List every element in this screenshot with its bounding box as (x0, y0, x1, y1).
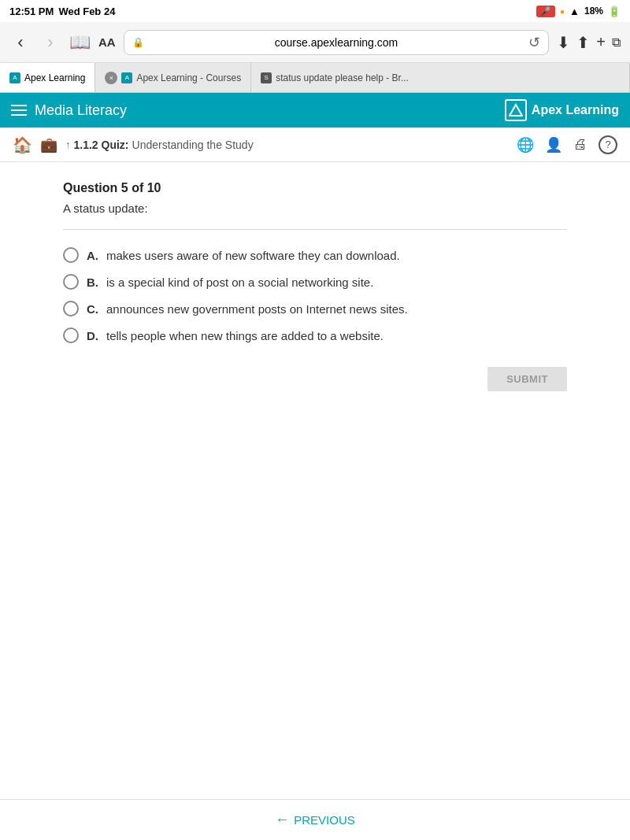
hamburger-line3 (11, 114, 27, 116)
tab2-label: Apex Learning - Courses (136, 72, 241, 83)
radio-c[interactable] (63, 301, 79, 316)
status-date: Wed Feb 24 (58, 6, 115, 17)
breadcrumb-arrow: ↑ (65, 139, 71, 150)
dot-icon: ● (560, 7, 565, 16)
address-bar[interactable]: 🔒 course.apexlearning.com ↺ (124, 30, 550, 55)
url-text: course.apexlearning.com (149, 36, 524, 49)
back-button[interactable]: ‹ (9, 31, 32, 54)
tab-apex-learning-courses[interactable]: × A Apex Learning - Courses (95, 63, 251, 92)
hamburger-line2 (11, 109, 27, 111)
option-a-letter: A. (87, 249, 98, 262)
status-icons: 🎤 ● ▲ 18% 🔋 (536, 6, 621, 17)
home-button[interactable]: 🏠 (13, 135, 32, 154)
footer: ← PREVIOUS (0, 799, 630, 840)
apex-logo-text: Apex Learning (532, 103, 619, 117)
text-size-button[interactable]: AA (98, 35, 116, 49)
tabs-button[interactable]: ⧉ (612, 35, 621, 50)
previous-arrow-icon: ← (275, 812, 289, 828)
option-a-text: makes users aware of new software they c… (106, 249, 400, 262)
radio-b[interactable] (63, 274, 79, 290)
apex-logo: Apex Learning (505, 99, 619, 121)
tab1-icon: A (9, 72, 20, 83)
submit-button[interactable]: SUBMIT (487, 367, 567, 391)
option-a[interactable]: A. makes users aware of new software the… (63, 247, 567, 263)
option-c[interactable]: C. announces new government posts on Int… (63, 301, 567, 316)
previous-button[interactable]: ← PREVIOUS (275, 812, 355, 828)
option-d-text: tells people when new things are added t… (106, 329, 384, 342)
browser-actions: ⬇ ⬆ + ⧉ (557, 33, 621, 52)
option-c-text: announces new government posts on Intern… (106, 302, 408, 316)
briefcase-button[interactable]: 💼 (40, 136, 57, 154)
breadcrumb-nav: ↑ 1.1.2 Quiz: Understanding the Study (65, 139, 254, 151)
quiz-content: Question 5 of 10 A status update: A. mak… (0, 162, 630, 434)
translate-button[interactable]: 🌐 (517, 136, 534, 154)
option-b-letter: B. (87, 276, 98, 289)
question-header: Question 5 of 10 (63, 181, 567, 195)
breadcrumb-right: 🌐 👤 🖨 ? (517, 135, 617, 154)
option-d[interactable]: D. tells people when new things are adde… (63, 327, 567, 343)
option-b-text: is a special kind of post on a social ne… (106, 276, 373, 289)
divider (63, 229, 567, 230)
new-tab-button[interactable]: + (596, 33, 606, 51)
book-icon: 📖 (69, 32, 91, 53)
help-button[interactable]: ? (598, 135, 617, 154)
tab-status-update[interactable]: S status update please help - Br... (251, 63, 630, 92)
course-title: Media Literacy (35, 102, 127, 119)
hamburger-line1 (11, 105, 27, 106)
share-button[interactable]: ⬆ (576, 33, 590, 52)
tab3-label: status update please help - Br... (276, 72, 409, 83)
tab2-close[interactable]: × (105, 72, 117, 84)
tab2-icon: A (121, 72, 132, 83)
battery-icon: 🔋 (608, 6, 621, 17)
tab3-icon: S (261, 72, 272, 83)
tabs-bar: A Apex Learning × A Apex Learning - Cour… (0, 63, 630, 93)
battery-level: 18% (584, 6, 603, 17)
submit-area: SUBMIT (63, 367, 567, 391)
option-c-letter: C. (87, 302, 98, 316)
option-d-letter: D. (87, 329, 98, 342)
options-list: A. makes users aware of new software the… (63, 247, 567, 343)
status-bar: 12:51 PM Wed Feb 24 🎤 ● ▲ 18% 🔋 (0, 0, 630, 22)
breadcrumb-bar: 🏠 💼 ↑ 1.1.2 Quiz: Understanding the Stud… (0, 128, 630, 162)
apex-logo-svg (509, 103, 523, 117)
tab-apex-learning[interactable]: A Apex Learning (0, 63, 95, 92)
apex-logo-icon (505, 99, 527, 121)
hamburger-menu[interactable] (11, 105, 27, 116)
mic-icon: 🎤 (536, 6, 555, 17)
breadcrumb-section: 1.1.2 Quiz: (74, 139, 129, 151)
app-header: Media Literacy Apex Learning (0, 93, 630, 128)
print-button[interactable]: 🖨 (573, 136, 587, 153)
download-button[interactable]: ⬇ (557, 33, 570, 52)
svg-marker-0 (510, 105, 522, 116)
breadcrumb-quiz-name: Understanding the Study (132, 139, 254, 151)
radio-a[interactable] (63, 247, 79, 263)
reload-button[interactable]: ↺ (528, 34, 540, 51)
wifi-icon: ▲ (569, 6, 580, 17)
forward-button[interactable]: › (39, 31, 61, 54)
browser-bar: ‹ › 📖 AA 🔒 course.apexlearning.com ↺ ⬇ ⬆… (0, 22, 630, 63)
option-b[interactable]: B. is a special kind of post on a social… (63, 274, 567, 290)
tab1-label: Apex Learning (24, 72, 85, 83)
lock-icon: 🔒 (132, 37, 144, 48)
accessibility-button[interactable]: 👤 (545, 136, 562, 154)
status-time: 12:51 PM (9, 6, 54, 17)
previous-label: PREVIOUS (294, 813, 355, 827)
radio-d[interactable] (63, 327, 79, 343)
question-prompt: A status update: (63, 202, 567, 215)
